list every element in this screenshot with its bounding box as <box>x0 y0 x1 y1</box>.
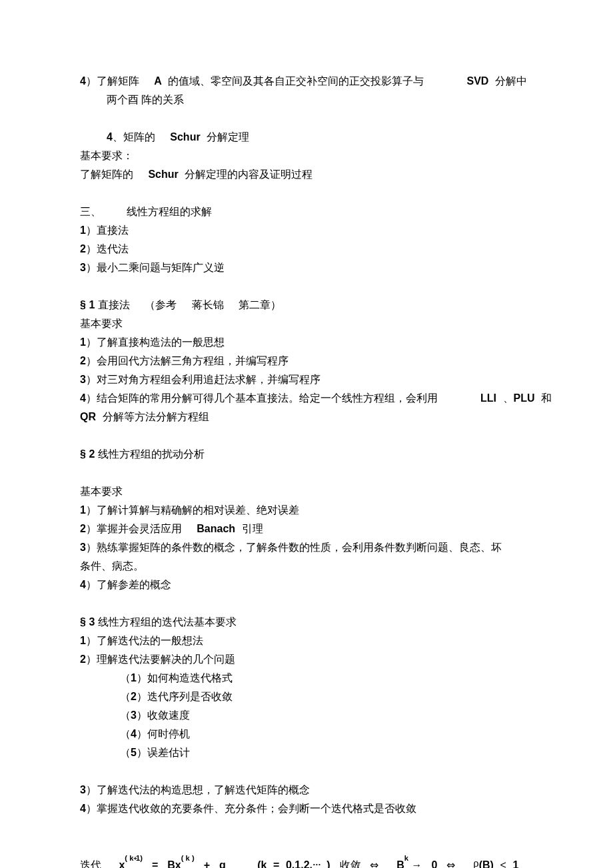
blank-line <box>80 464 533 482</box>
one: 1 <box>512 859 518 868</box>
paragraph: 了解矩阵的Schur分解定理的内容及证明过程 <box>80 165 533 184</box>
text: 收敛 <box>340 859 361 868</box>
list-item: 1）直接法 <box>80 221 533 240</box>
sub-list-item: （3）收敛速度 <box>80 706 533 725</box>
term-schur: Schur <box>148 169 178 180</box>
var-x: x <box>119 859 125 868</box>
item-number: 3 <box>80 374 86 385</box>
iteration-formula: x( k+1) = Bx( k ) + g (k=0,1,2,…) <box>119 859 333 868</box>
item-number: 1 <box>80 336 86 348</box>
section-number: §1 <box>80 299 98 310</box>
text: 线性方程组的迭代法基本要求 <box>98 616 237 628</box>
text: 第二章） <box>239 299 281 310</box>
term-lli: LLI <box>480 392 496 404</box>
text: 直接法 <box>98 299 130 310</box>
text: 、矩阵的 <box>113 131 155 143</box>
text: ）迭代法 <box>86 243 129 254</box>
var-A: A <box>154 75 162 87</box>
sub-list-item: （4）何时停机 <box>80 725 533 743</box>
text: ）了解迭代法的构造思想，了解迭代矩阵的概念 <box>86 784 310 795</box>
sup-plus-icon: + <box>133 855 136 862</box>
text: ）直接法 <box>86 224 129 236</box>
item-number: 1 <box>131 672 137 683</box>
rho-icon: ρ <box>473 857 478 868</box>
text: ）掌握迭代收敛的充要条件、充分条件；会判断一个迭代格式是否收敛 <box>86 803 416 814</box>
text: 线性方程组的求解 <box>127 206 212 217</box>
heading: 4、矩阵的Schur分解定理 <box>80 128 533 147</box>
term-schur: Schur <box>170 131 200 143</box>
list-item: 4）掌握迭代收敛的充要条件、充分条件；会判断一个迭代格式是否收敛 <box>80 799 533 818</box>
paragraph: 基本要求： <box>80 147 533 165</box>
iff-icon: ⇔ <box>446 859 455 868</box>
sup-k1b: 1) <box>136 854 143 862</box>
text: 基本要求 <box>80 486 123 497</box>
text: 分解等方法分解方程组 <box>103 411 209 422</box>
blank-line <box>80 594 533 613</box>
paragraph: 条件、病态。 <box>80 557 533 576</box>
text: ）了解直接构造法的一般思想 <box>86 336 225 348</box>
paragraph: 基本要求 <box>80 482 533 501</box>
var-g: g <box>219 859 226 868</box>
lt-icon: < <box>500 859 506 868</box>
of-B: (B) <box>479 859 494 868</box>
text: 引理 <box>242 523 263 534</box>
text: 阵的关系 <box>141 94 184 105</box>
text: ）了解计算解与精确解的相对误差、绝对误差 <box>86 504 299 516</box>
paragraph: 基本要求 <box>80 314 533 333</box>
list-item: 1）了解计算解与精确解的相对误差、绝对误差 <box>80 501 533 520</box>
text: （ <box>120 691 131 702</box>
section-number: §2 <box>80 448 98 460</box>
zero: 0 <box>431 859 437 868</box>
blank-line <box>80 277 533 296</box>
item-number: 2 <box>80 243 86 254</box>
text: 和 <box>541 392 552 404</box>
item-number: 4 <box>131 728 137 739</box>
text: ）迭代序列是否收敛 <box>137 691 233 702</box>
text: ）了解参差的概念 <box>86 579 171 590</box>
paragraph: 4）了解矩阵A的值域、零空间及其各自正交补空间的正交投影算子与SVD分解中两个酉… <box>80 72 533 109</box>
var-Bx: Bx <box>167 859 181 868</box>
list-item: 2）会用回代方法解三角方程组，并编写程序 <box>80 352 533 370</box>
item-number: 2 <box>80 653 86 665</box>
text: ）最小二乘问题与矩阵广义逆 <box>86 262 225 273</box>
text: ）误差估计 <box>137 747 190 758</box>
list-item: 3）最小二乘问题与矩阵广义逆 <box>80 258 533 277</box>
text: ）会用回代方法解三角方程组，并编写程序 <box>86 355 289 366</box>
text: （ <box>120 672 131 683</box>
item-number: 4 <box>107 131 113 143</box>
item-number: 3 <box>131 709 137 721</box>
rparen: ) <box>326 859 330 868</box>
arrow-icon: → <box>411 859 422 868</box>
list-item: 3）对三对角方程组会利用追赶法求解，并编写程序 <box>80 370 533 389</box>
text: 基本要求： <box>80 150 133 161</box>
text: （ <box>120 728 131 739</box>
text: （ <box>120 747 131 758</box>
sup-k1a: ( k <box>125 854 133 862</box>
item-number: 3 <box>80 262 86 273</box>
list-item: 3）了解迭代法的构造思想，了解迭代矩阵的概念 <box>80 781 533 799</box>
text: ）结合矩阵的常用分解可得几个基本直接法。给定一个线性方程组，会利用 <box>86 392 438 404</box>
item-number: 4 <box>80 75 86 87</box>
list-item: 2）掌握并会灵活应用Banach引理 <box>80 520 533 538</box>
list-item: 4）结合矩阵的常用分解可得几个基本直接法。给定一个线性方程组，会利用LLI、PL… <box>80 389 533 408</box>
item-number: 4 <box>80 579 86 590</box>
blank-line <box>80 762 533 781</box>
heading: §1直接法（参考蒋长锦第二章） <box>80 296 533 314</box>
text: ）了解矩阵 <box>86 75 139 87</box>
lparen: (k <box>257 859 267 868</box>
item-number: 1 <box>80 224 86 236</box>
text: 分解定理 <box>207 131 249 143</box>
section-number: §3 <box>80 616 98 628</box>
term-plu: PLU <box>514 392 535 404</box>
sequence: 0,1,2, <box>286 859 312 868</box>
sup-k: ( k ) <box>181 854 195 862</box>
term-svd: SVD <box>466 75 488 87</box>
heading: 三、线性方程组的求解 <box>80 203 533 221</box>
blank-line <box>80 109 533 128</box>
document-page: 4）了解矩阵A的值域、零空间及其各自正交补空间的正交投影算子与SVD分解中两个酉… <box>0 0 613 868</box>
text: 、 <box>503 392 514 404</box>
list-item: 2）迭代法 <box>80 240 533 258</box>
item-number: 2 <box>80 355 86 366</box>
blank-line <box>80 818 533 837</box>
sub-list-item: （1）如何构造迭代格式 <box>80 669 533 687</box>
